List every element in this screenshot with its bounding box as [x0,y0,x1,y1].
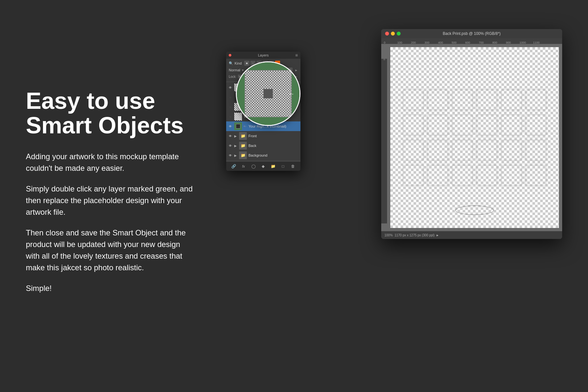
close-button[interactable] [385,32,389,36]
new-fill-icon[interactable]: ◯ [250,163,256,169]
ruler-mark-300: 300 [425,41,429,44]
ps-statusbar: 100% 1170 px x 1275 px (300 ppl) ► [381,231,562,239]
magnifier-circle: ← [236,61,300,126]
ps-zoom-level: 100% [384,233,393,237]
eye-visible-front[interactable]: 👁 [228,134,233,138]
ruler-mark-900: 900 [506,41,511,44]
paragraph-2: Simply double click any layer marked gre… [26,183,194,218]
right-panel: Back Print.psb @ 100% (RGB/8*) 0 100 200… [207,19,562,373]
main-title: Easy to use Smart Objects [26,89,194,138]
adjustments-icon[interactable]: ◆ [260,163,266,169]
ps-main-window: Back Print.psb @ 100% (RGB/8*) 0 100 200… [381,29,562,239]
ps-canvas-area: 0 [381,44,562,231]
maximize-button[interactable] [397,32,401,36]
eye-visible-back[interactable]: 👁 [228,143,233,148]
layer-arrow-5: <- [244,125,246,128]
eye-hidden-icon-3[interactable]: ○ [228,105,233,109]
layer-name-bg: Background [248,153,299,157]
ps-canvas [390,47,559,228]
layers-bottom-divider [226,161,300,161]
eye-hidden-icon-4[interactable]: ○ [228,114,233,119]
layer-item-background[interactable]: 👁 ▶ 📁 Background [226,150,300,160]
ruler-mark-600: 600 [465,41,470,44]
paragraph-1: Adding your artwork to this mockup templ… [26,151,194,174]
ruler-mark-1100: 1100 [533,41,540,44]
folder-expand-back[interactable]: ▶ [234,144,237,148]
ruler-mark-500: 500 [452,41,457,44]
ruler-mark-400: 400 [438,41,443,44]
ps-dimensions: 1170 px x 1275 px (300 ppl) [394,233,435,237]
lock-label: Lock: [229,75,236,78]
layers-menu-icon[interactable]: ≡ [295,53,298,58]
ruler-mark-100: 100 [397,41,402,44]
eye-visible-icon[interactable]: 👁 [228,85,233,90]
minimize-button[interactable] [391,32,395,36]
eye-visible-icon-5[interactable]: 👁 [228,124,233,129]
layer-thumb-back: 📁 [239,142,247,150]
left-panel: Easy to use Smart Objects Adding your ar… [26,89,207,303]
eye-hidden-icon-2[interactable]: ○ [228,95,233,99]
link-layers-icon[interactable]: 🔗 [231,163,236,169]
layer-name-back-folder: Back [248,144,299,148]
ruler-mark-1000: 1000 [520,41,526,44]
ps-side-ruler: 0 [381,59,387,223]
magnifier-content [245,70,292,117]
layer-item-back-folder[interactable]: 👁 ▶ 📁 Back [226,141,300,150]
eye-visible-bg[interactable]: 👁 [228,153,233,158]
ps-window-title: Back Print.psb @ 100% (RGB/8*) [443,31,501,36]
layer-item-front[interactable]: 👁 ▶ 📁 Front [226,131,300,141]
folder-expand-bg[interactable]: ▶ [234,154,237,157]
canvas-checkerboard [390,47,559,228]
layers-close-btn[interactable] [229,54,231,57]
search-icon: 🔍 [229,61,233,66]
ruler-mark-200: 200 [411,41,416,44]
new-group-icon[interactable]: 📁 [270,163,276,169]
traffic-lights [385,32,401,36]
magnifier-inner: ← [237,62,299,125]
layer-thumb-bg: 📁 [239,151,247,159]
layers-bottom-bar: 🔗 fx ◯ ◆ 📁 □ 🗑 [226,162,300,171]
ruler-mark-0: 0 [384,41,385,44]
delete-layer-icon[interactable]: 🗑 [290,163,296,169]
ruler-mark-700: 700 [479,41,484,44]
layer-thumb-front: 📁 [239,132,247,140]
ruler-mark-800: 800 [492,41,497,44]
new-layer-icon[interactable]: □ [280,163,286,169]
ps-ruler: 0 100 200 300 400 500 600 700 800 900 10… [381,38,562,44]
paragraph-3: Then close and save the Smart Object and… [26,227,194,273]
paragraph-4: Simple! [26,283,194,294]
magnifier-arrow-icon: ← [288,90,295,98]
layers-traffic-lights [229,54,231,57]
layers-titlebar: Layers ≡ [226,52,300,59]
fx-icon[interactable]: fx [241,163,247,169]
ps-arrow: ► [436,233,439,237]
page-container: Easy to use Smart Objects Adding your ar… [0,0,588,392]
ps-titlebar: Back Print.psb @ 100% (RGB/8*) [381,29,562,38]
folder-expand-front[interactable]: ▶ [234,134,237,138]
layers-panel-title: Layers [258,53,268,57]
layer-name-front: Front [248,134,299,138]
